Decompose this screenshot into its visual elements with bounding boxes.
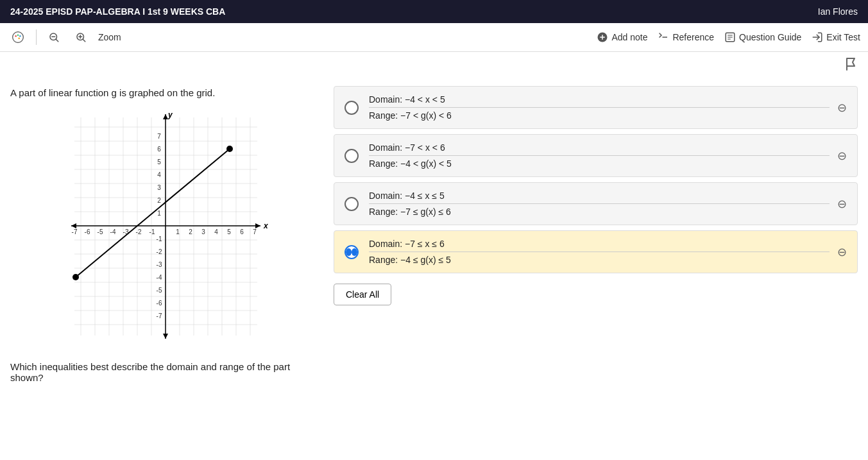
- answer-c-line2: Range: −7 ≤ g(x) ≤ 6: [369, 207, 830, 217]
- question-text: A part of linear function g is graphed o…: [10, 86, 318, 101]
- answer-d-line1: Domain: −7 ≤ x ≤ 6: [369, 239, 830, 249]
- answer-text-d: Domain: −7 ≤ x ≤ 6 Range: −4 ≤ g(x) ≤ 5: [369, 239, 830, 265]
- answer-option-d[interactable]: Domain: −7 ≤ x ≤ 6 Range: −4 ≤ g(x) ≤ 5 …: [334, 230, 858, 273]
- svg-marker-54: [163, 334, 168, 339]
- svg-text:1: 1: [157, 210, 161, 217]
- eliminate-a-icon[interactable]: ⊖: [837, 101, 847, 115]
- svg-text:-7: -7: [72, 228, 78, 235]
- answer-b-divider: [369, 155, 830, 156]
- toolbar-right: Add note Reference Question Guide: [597, 31, 860, 43]
- main-content: A part of linear function g is graphed o…: [0, 73, 868, 396]
- svg-text:6: 6: [240, 228, 244, 235]
- svg-text:5: 5: [157, 158, 161, 166]
- svg-marker-52: [71, 223, 76, 228]
- svg-text:-2: -2: [157, 248, 162, 255]
- palette-button[interactable]: [8, 28, 28, 46]
- zoom-in-button[interactable]: [71, 29, 90, 46]
- top-bar-title: 24-2025 EPISD PAP-ALGEBRA I 1st 9 WEEKS …: [10, 6, 225, 17]
- reference-button[interactable]: Reference: [658, 31, 714, 43]
- svg-point-3: [19, 35, 21, 37]
- exit-test-button[interactable]: Exit Test: [812, 31, 860, 43]
- svg-text:2: 2: [157, 197, 161, 204]
- add-note-button[interactable]: Add note: [597, 31, 647, 43]
- svg-text:2: 2: [189, 228, 192, 235]
- zoom-out-icon: [48, 31, 60, 43]
- svg-point-0: [13, 32, 24, 43]
- toolbar: Zoom Add note Reference Questi: [0, 23, 868, 52]
- svg-text:6: 6: [157, 146, 161, 153]
- question-bottom: Which inequalities best describe the dom…: [10, 361, 318, 383]
- svg-point-4: [18, 37, 20, 39]
- flag-area: [0, 52, 868, 73]
- eliminate-b-icon[interactable]: ⊖: [837, 149, 847, 163]
- flag-button[interactable]: [845, 57, 858, 73]
- svg-text:-4: -4: [157, 274, 162, 281]
- palette-icon: [12, 31, 24, 44]
- x-axis-label: x: [263, 221, 269, 230]
- reference-icon: [658, 31, 669, 43]
- top-bar-user: Ian Flores: [818, 6, 858, 17]
- svg-text:-1: -1: [157, 235, 162, 243]
- svg-text:3: 3: [157, 184, 161, 191]
- svg-text:7: 7: [157, 133, 161, 140]
- svg-line-11: [83, 39, 85, 42]
- svg-line-83: [76, 149, 230, 277]
- question-guide-button[interactable]: Question Guide: [724, 31, 801, 43]
- graph-svg: x y -7 -6 -5 -4 -3 -2 -1 1 2 3 4 5 6: [55, 111, 273, 348]
- svg-point-2: [17, 34, 19, 36]
- exit-test-icon: [812, 31, 823, 43]
- svg-text:1: 1: [176, 228, 180, 235]
- svg-text:-6: -6: [85, 228, 90, 235]
- clear-all-button[interactable]: Clear All: [334, 284, 391, 305]
- answer-c-divider: [369, 203, 830, 204]
- flag-icon: [845, 57, 858, 71]
- answer-option-a[interactable]: Domain: −4 < x < 5 Range: −7 < g(x) < 6 …: [334, 86, 858, 129]
- top-bar: 24-2025 EPISD PAP-ALGEBRA I 1st 9 WEEKS …: [0, 0, 868, 23]
- zoom-in-icon: [75, 31, 87, 43]
- svg-text:-7: -7: [157, 312, 162, 319]
- eliminate-d-icon[interactable]: ⊖: [837, 245, 847, 259]
- svg-line-7: [56, 39, 58, 42]
- endpoint-right: [226, 146, 233, 152]
- radio-a[interactable]: [345, 101, 359, 115]
- answer-text-a: Domain: −4 < x < 5 Range: −7 < g(x) < 6: [369, 94, 830, 121]
- svg-text:-6: -6: [157, 300, 162, 307]
- answer-a-line2: Range: −7 < g(x) < 6: [369, 110, 830, 121]
- zoom-out-button[interactable]: [44, 29, 64, 46]
- svg-text:4: 4: [157, 171, 161, 178]
- radio-b[interactable]: [345, 149, 359, 163]
- svg-point-1: [15, 35, 17, 37]
- answer-c-line1: Domain: −4 ≤ x ≤ 5: [369, 191, 830, 201]
- eliminate-c-icon[interactable]: ⊖: [837, 197, 847, 211]
- answer-d-divider: [369, 251, 830, 252]
- answer-b-line2: Range: −4 < g(x) < 5: [369, 158, 830, 169]
- svg-text:7: 7: [253, 228, 257, 235]
- endpoint-left: [72, 274, 79, 280]
- svg-text:-5: -5: [157, 287, 162, 294]
- svg-text:4: 4: [214, 228, 218, 235]
- question-guide-icon: [724, 31, 736, 43]
- add-note-icon: [597, 31, 608, 43]
- svg-text:5: 5: [227, 228, 231, 235]
- svg-text:-2: -2: [136, 228, 142, 235]
- answer-a-line1: Domain: −4 < x < 5: [369, 94, 830, 105]
- left-panel: A part of linear function g is graphed o…: [10, 86, 318, 383]
- radio-d[interactable]: [345, 245, 359, 259]
- zoom-label: Zoom: [98, 32, 121, 42]
- answer-option-c[interactable]: Domain: −4 ≤ x ≤ 5 Range: −7 ≤ g(x) ≤ 6 …: [334, 182, 858, 225]
- y-axis-label: y: [167, 111, 173, 119]
- answer-text-b: Domain: −7 < x < 6 Range: −4 < g(x) < 5: [369, 142, 830, 169]
- answer-d-line2: Range: −4 ≤ g(x) ≤ 5: [369, 255, 830, 265]
- toolbar-divider: [36, 30, 37, 45]
- answer-option-b[interactable]: Domain: −7 < x < 6 Range: −4 < g(x) < 5 …: [334, 134, 858, 177]
- svg-text:-4: -4: [110, 228, 116, 235]
- right-panel: Domain: −4 < x < 5 Range: −7 < g(x) < 6 …: [334, 86, 858, 383]
- answer-a-divider: [369, 107, 830, 108]
- svg-text:-3: -3: [157, 261, 162, 268]
- answer-text-c: Domain: −4 ≤ x ≤ 5 Range: −7 ≤ g(x) ≤ 6: [369, 191, 830, 217]
- svg-text:-1: -1: [149, 228, 155, 235]
- radio-c[interactable]: [345, 197, 359, 211]
- graph-container: x y -7 -6 -5 -4 -3 -2 -1 1 2 3 4 5 6: [10, 111, 318, 348]
- svg-marker-51: [255, 223, 260, 228]
- answer-b-line1: Domain: −7 < x < 6: [369, 142, 830, 153]
